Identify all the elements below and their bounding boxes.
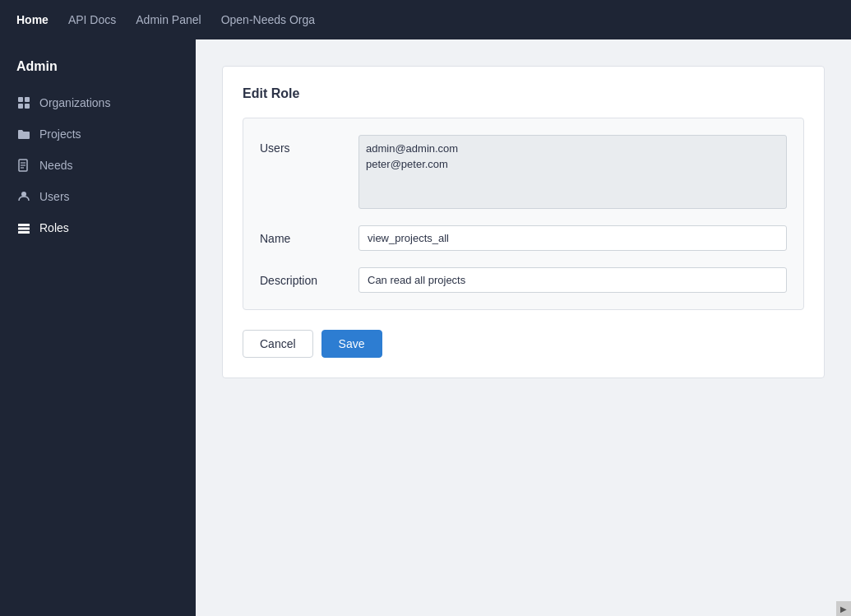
svg-rect-1 — [25, 97, 30, 102]
users-label: Users — [260, 135, 358, 155]
button-row: Cancel Save — [243, 330, 804, 358]
description-label: Description — [260, 267, 358, 287]
sidebar-title: Admin — [0, 53, 196, 87]
sidebar-label-roles: Roles — [39, 221, 69, 234]
user-icon — [16, 189, 31, 204]
svg-rect-9 — [18, 224, 30, 226]
folder-icon — [16, 127, 31, 141]
form-inner: Users admin@admin.com peter@peter.com Na… — [243, 118, 804, 310]
nav-api-docs[interactable]: API Docs — [68, 13, 116, 26]
svg-rect-3 — [25, 104, 30, 109]
svg-rect-0 — [18, 97, 23, 102]
scroll-arrow-right[interactable]: ▶ — [836, 601, 851, 616]
name-row: Name — [260, 225, 787, 251]
main-layout: Admin Organizations Projects — [0, 39, 851, 616]
sidebar-item-organizations[interactable]: Organizations — [0, 87, 196, 118]
roles-icon — [16, 220, 31, 235]
card-title: Edit Role — [243, 86, 804, 101]
cancel-button[interactable]: Cancel — [243, 330, 313, 358]
description-input[interactable] — [358, 267, 787, 293]
edit-role-card: Edit Role Users admin@admin.com peter@pe… — [222, 66, 825, 378]
sidebar-item-needs[interactable]: Needs — [0, 150, 196, 181]
user-item-peter: peter@peter.com — [366, 156, 779, 172]
users-listbox[interactable]: admin@admin.com peter@peter.com — [358, 135, 787, 209]
sidebar-item-roles[interactable]: Roles — [0, 212, 196, 243]
content-area: Edit Role Users admin@admin.com peter@pe… — [196, 39, 851, 616]
sidebar: Admin Organizations Projects — [0, 39, 196, 616]
sidebar-item-projects[interactable]: Projects — [0, 118, 196, 150]
sidebar-label-users: Users — [39, 190, 70, 203]
name-label: Name — [260, 225, 358, 245]
user-item-admin: admin@admin.com — [366, 141, 779, 156]
doc-icon — [16, 158, 31, 173]
nav-home[interactable]: Home — [16, 13, 49, 26]
svg-point-8 — [21, 192, 26, 197]
users-listbox-container: admin@admin.com peter@peter.com — [358, 135, 787, 209]
svg-rect-11 — [18, 231, 30, 234]
description-field-container — [358, 267, 787, 293]
name-input[interactable] — [358, 225, 787, 251]
sidebar-label-projects: Projects — [39, 127, 81, 141]
nav-admin-panel[interactable]: Admin Panel — [136, 13, 201, 26]
sidebar-label-organizations: Organizations — [39, 96, 110, 109]
top-nav: Home API Docs Admin Panel Open-Needs Org… — [0, 0, 851, 39]
description-row: Description — [260, 267, 787, 293]
name-field-container — [358, 225, 787, 251]
svg-rect-10 — [18, 228, 30, 230]
svg-rect-2 — [18, 104, 23, 109]
sidebar-item-users[interactable]: Users — [0, 181, 196, 212]
sidebar-label-needs: Needs — [39, 159, 72, 172]
users-row: Users admin@admin.com peter@peter.com — [260, 135, 787, 209]
grid-icon — [16, 95, 31, 110]
save-button[interactable]: Save — [321, 330, 382, 358]
nav-open-needs-orga[interactable]: Open-Needs Orga — [221, 13, 315, 26]
